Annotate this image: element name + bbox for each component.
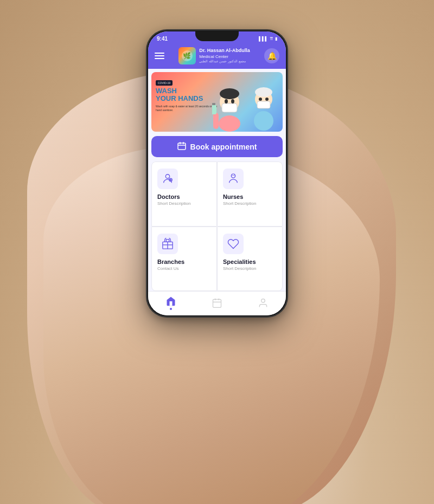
specialities-label: Specialities (223, 259, 256, 265)
doctors-label: Doctors (157, 193, 180, 200)
service-card-doctors[interactable]: Doctors Short Description (151, 161, 217, 227)
status-icons: ▌▌▌ ⇈ ▮ (259, 36, 277, 41)
logo-subtitle: Medical Center (199, 54, 250, 60)
hamburger-menu[interactable] (155, 53, 164, 59)
bottom-navigation (148, 291, 286, 315)
logo-area: 🌿 Dr. Hassan Al-Abdulla Medical Center م… (178, 47, 250, 64)
specialities-icon (227, 238, 239, 250)
book-appointment-label: Book appointment (190, 143, 257, 151)
nurses-desc: Short Description (223, 201, 256, 206)
svg-point-2 (219, 115, 240, 132)
nav-profile[interactable] (258, 298, 269, 308)
svg-rect-5 (222, 104, 237, 112)
doctors-icon (162, 173, 174, 185)
notification-button[interactable]: 🔔 (264, 48, 279, 63)
nav-calendar-icon (212, 298, 222, 308)
svg-point-13 (255, 87, 272, 97)
svg-rect-9 (212, 105, 216, 114)
banner-title-line2: YOUR HANDS (156, 94, 203, 102)
banner-illustration (207, 72, 283, 132)
svg-text:🌿: 🌿 (183, 51, 191, 60)
app-header: 🌿 Dr. Hassan Al-Abdulla Medical Center م… (148, 44, 286, 69)
nurses-icon (227, 173, 239, 185)
svg-rect-10 (212, 103, 215, 105)
service-grid: Doctors Short Description Nurses S (148, 161, 286, 291)
logo-icon: 🌿 (178, 47, 196, 64)
svg-rect-14 (257, 101, 270, 108)
svg-point-16 (265, 98, 269, 101)
svg-rect-8 (213, 113, 219, 129)
phone-outer-frame: 9:41 ▌▌▌ ⇈ ▮ 🌿 (146, 30, 288, 317)
service-card-nurses[interactable]: Nurses Short Description (217, 161, 283, 227)
svg-point-4 (220, 88, 239, 99)
nav-profile-icon (258, 298, 269, 308)
service-card-branches[interactable]: Branches Contact Us (151, 227, 217, 292)
svg-point-15 (259, 98, 262, 101)
phone-screen: 9:41 ▌▌▌ ⇈ ▮ 🌿 (148, 31, 286, 315)
svg-rect-31 (166, 239, 169, 242)
home-icon (165, 296, 176, 307)
phone-notch (195, 31, 239, 41)
banner-title-line1: WASH (156, 87, 177, 95)
home-active-dot (170, 308, 172, 310)
doctors-icon-wrapper (157, 169, 178, 189)
doctors-desc: Short Description (157, 201, 190, 206)
battery-icon: ▮ (275, 36, 277, 41)
branches-desc: Contact Us (157, 266, 179, 271)
book-appointment-button[interactable]: Book appointment (151, 136, 283, 157)
signal-icon: ▌▌▌ (259, 36, 268, 41)
nurses-label: Nurses (223, 193, 243, 200)
wifi-icon: ⇈ (270, 36, 273, 41)
svg-point-6 (225, 99, 228, 104)
bell-icon: 🔔 (267, 51, 277, 60)
calendar-icon (177, 141, 186, 152)
phone-device: 9:41 ▌▌▌ ⇈ ▮ 🌿 (146, 30, 288, 317)
nurses-icon-wrapper (223, 169, 244, 189)
svg-point-7 (231, 99, 234, 104)
nav-calendar[interactable] (212, 298, 222, 308)
hamburger-line-3 (155, 58, 164, 59)
specialities-icon-wrapper (223, 234, 244, 254)
logo-arabic: مجمع الدكتور حسن عبدالله الطبي (199, 60, 250, 64)
character-2-svg (246, 77, 282, 132)
logo-text: Dr. Hassan Al-Abdulla Medical Center مجم… (199, 48, 250, 64)
branches-icon-wrapper (157, 234, 178, 254)
hamburger-line-2 (155, 55, 164, 56)
logo-name: Dr. Hassan Al-Abdulla (199, 48, 250, 54)
branches-icon (162, 238, 174, 250)
svg-rect-32 (213, 299, 221, 307)
svg-point-21 (165, 175, 169, 178)
character-1-svg (212, 77, 247, 132)
covid-banner: COVID-19 WASH YOUR HANDS Wash with soap … (151, 72, 283, 132)
hamburger-line-1 (155, 53, 164, 54)
svg-point-11 (254, 111, 273, 131)
svg-point-36 (261, 299, 265, 303)
covid-badge: COVID-19 (156, 80, 173, 86)
specialities-desc: Short Description (223, 266, 256, 271)
status-time: 9:41 (157, 36, 168, 42)
svg-rect-17 (178, 143, 186, 150)
branches-label: Branches (157, 259, 184, 265)
service-card-specialities[interactable]: Specialities Short Description (217, 227, 283, 292)
nav-home[interactable] (165, 296, 176, 310)
